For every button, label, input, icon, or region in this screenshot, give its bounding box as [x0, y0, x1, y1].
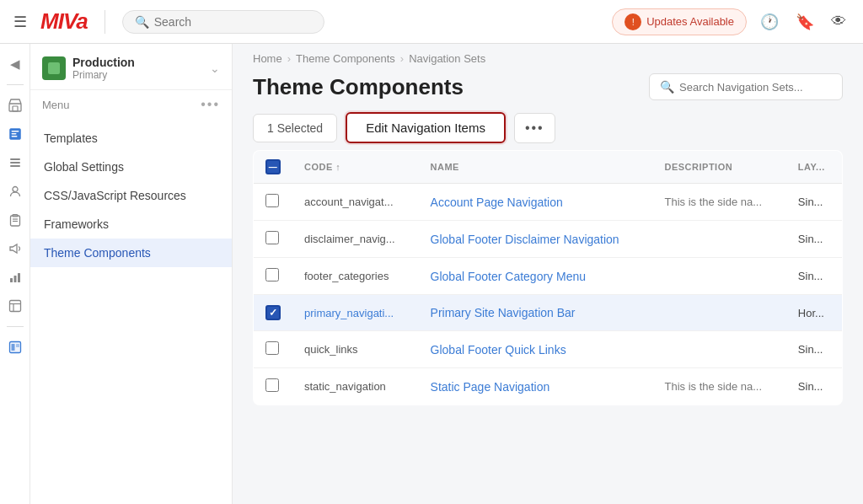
table-row: footer_categoriesGlobal Footer Category …	[254, 258, 843, 295]
row-name-link[interactable]: Primary Site Navigation Bar	[431, 306, 576, 319]
person-nav-icon[interactable]	[3, 180, 27, 203]
select-all-checkbox[interactable]	[265, 159, 281, 174]
top-nav: ☰ MIVa 🔍 ! Updates Available 🕐 🔖 👁	[0, 0, 863, 44]
content-header: Theme Components 🔍	[233, 70, 863, 112]
sidebar-menu-row: Menu •••	[30, 90, 232, 119]
table-row: disclaimer_navig...Global Footer Disclai…	[254, 221, 843, 258]
updates-button[interactable]: ! Updates Available	[612, 8, 747, 35]
header-description: DESCRIPTION	[652, 151, 785, 184]
row-checkbox-0[interactable]	[254, 184, 293, 221]
table-row: primary_navigati...Primary Site Navigati…	[254, 295, 843, 331]
chevron-down-icon[interactable]: ⌄	[210, 62, 220, 75]
row-layout: Sin...	[786, 258, 843, 295]
row-layout: Sin...	[786, 221, 843, 258]
breadcrumb-current: Navigation Sets	[409, 52, 485, 65]
row-name-link[interactable]: Account Page Navigation	[431, 196, 563, 209]
sidebar-item-frameworks[interactable]: Frameworks	[30, 210, 232, 239]
row-description: This is the side na...	[652, 184, 785, 221]
row-checkbox-2[interactable]	[254, 258, 293, 295]
page-title: Theme Components	[253, 74, 464, 100]
row-layout: Hor...	[786, 295, 843, 331]
svg-rect-22	[16, 344, 19, 347]
row-name-link[interactable]: Global Footer Category Menu	[431, 270, 586, 283]
chart-nav-icon[interactable]	[3, 265, 27, 289]
row-description	[652, 258, 785, 295]
row-checkbox-3[interactable]	[254, 295, 293, 331]
table-row: quick_linksGlobal Footer Quick LinksSin.…	[254, 331, 843, 368]
sidebar-item-css-js[interactable]: CSS/JavaScript Resources	[30, 181, 232, 210]
unchecked-checkbox[interactable]	[265, 378, 279, 392]
svg-rect-7	[10, 162, 20, 164]
row-name[interactable]: Static Page Navigation	[419, 368, 653, 405]
svg-rect-1	[13, 106, 18, 111]
unchecked-checkbox[interactable]	[265, 231, 279, 244]
breadcrumb-theme-components[interactable]: Theme Components	[296, 52, 395, 65]
row-name[interactable]: Global Footer Disclaimer Navigation	[419, 221, 653, 258]
row-name[interactable]: Global Footer Category Menu	[419, 258, 653, 295]
megaphone-nav-icon[interactable]	[3, 237, 27, 260]
store-selector[interactable]: Production Primary ⌄	[30, 44, 232, 90]
store-nav-icon[interactable]	[3, 94, 27, 117]
row-checkbox-4[interactable]	[254, 331, 293, 368]
search-nav-icon: 🔍	[660, 80, 674, 94]
sidebar-item-templates[interactable]: Templates	[30, 124, 232, 153]
row-code: primary_navigati...	[292, 295, 419, 331]
row-name[interactable]: Primary Site Navigation Bar	[419, 295, 653, 331]
history-icon[interactable]: 🕐	[757, 9, 782, 35]
unchecked-checkbox[interactable]	[265, 194, 279, 207]
row-name[interactable]: Global Footer Quick Links	[419, 331, 653, 368]
row-checkbox-5[interactable]	[254, 368, 293, 405]
row-description	[652, 331, 785, 368]
svg-rect-6	[10, 158, 20, 160]
row-name-link[interactable]: Static Page Navigation	[431, 380, 550, 394]
edit-navigation-items-button[interactable]: Edit Navigation Items	[346, 112, 506, 143]
navigation-sets-table: CODE ↑ NAME DESCRIPTION LAY... account_n…	[253, 150, 843, 405]
row-layout: Sin...	[786, 331, 843, 368]
sidebar-menu-dots[interactable]: •••	[201, 97, 220, 112]
sidebar: Production Primary ⌄ Menu ••• Templates …	[30, 44, 233, 504]
row-name[interactable]: Account Page Navigation	[419, 184, 653, 221]
global-search-input[interactable]	[154, 15, 289, 29]
row-code: footer_categories	[292, 258, 419, 295]
search-nav-sets-input[interactable]	[679, 81, 814, 94]
clipboard-nav-icon[interactable]	[3, 208, 27, 232]
hamburger-icon[interactable]: ☰	[13, 13, 27, 31]
search-icon: 🔍	[135, 15, 149, 29]
header-layout: LAY...	[786, 151, 843, 184]
unchecked-checkbox[interactable]	[265, 268, 279, 281]
row-layout: Sin...	[786, 368, 843, 405]
unchecked-checkbox[interactable]	[265, 341, 279, 355]
breadcrumb-home[interactable]: Home	[253, 52, 282, 65]
checked-checkbox[interactable]	[265, 305, 281, 320]
store-name: Production	[72, 56, 203, 69]
collapse-icon[interactable]: ◀	[3, 52, 27, 76]
list-nav-icon[interactable]	[3, 151, 27, 174]
sidebar-item-label-css-js: CSS/JavaScript Resources	[44, 189, 186, 202]
page-nav-icon[interactable]	[3, 335, 27, 359]
row-description: This is the side na...	[652, 368, 785, 405]
templates-nav-icon[interactable]	[3, 122, 27, 146]
sidebar-item-theme-components[interactable]: Theme Components	[30, 239, 232, 267]
row-code: static_navigation	[292, 368, 419, 405]
row-code: account_navigat...	[292, 184, 419, 221]
breadcrumb: Home › Theme Components › Navigation Set…	[233, 44, 863, 70]
svg-rect-17	[9, 301, 20, 312]
table-header-row: CODE ↑ NAME DESCRIPTION LAY...	[254, 151, 843, 184]
search-nav-sets-bar[interactable]: 🔍	[649, 73, 843, 100]
svg-rect-21	[11, 344, 14, 351]
row-name-link[interactable]: Global Footer Quick Links	[431, 343, 566, 357]
global-search-bar[interactable]: 🔍	[122, 10, 324, 34]
row-layout: Sin...	[786, 184, 843, 221]
row-checkbox-1[interactable]	[254, 221, 293, 258]
breadcrumb-sep-2: ›	[400, 52, 404, 65]
bookmark-icon[interactable]: 🔖	[792, 9, 817, 35]
row-name-link[interactable]: Global Footer Disclaimer Navigation	[431, 233, 619, 246]
eye-icon[interactable]: 👁	[828, 9, 850, 34]
header-checkbox[interactable]	[254, 151, 293, 184]
more-actions-button[interactable]: •••	[514, 113, 555, 143]
svg-rect-5	[11, 136, 17, 137]
row-description	[652, 295, 785, 331]
table-nav-icon[interactable]	[3, 294, 27, 318]
sidebar-item-label-frameworks: Frameworks	[44, 217, 109, 231]
sidebar-item-global-settings[interactable]: Global Settings	[30, 153, 232, 181]
